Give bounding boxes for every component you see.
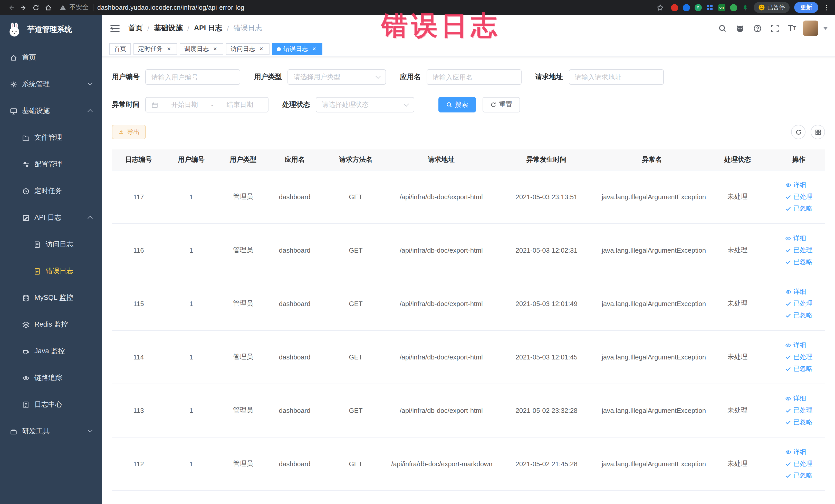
extension-icon[interactable] [683, 4, 690, 11]
detail-link[interactable]: 详细 [785, 341, 806, 349]
sidebar-item-access-log[interactable]: 访问日志 [0, 231, 102, 258]
bookmark-star-icon[interactable] [654, 2, 666, 13]
range-separator: - [211, 101, 213, 108]
error-log-table: 日志编号 用户编号 用户类型 应用名 请求方法名 请求地址 异常发生时间 异常名… [112, 149, 825, 491]
sidebar-item-infrastructure[interactable]: 基础设施 [0, 98, 102, 124]
breadcrumb-item[interactable]: 基础设施 [154, 24, 183, 33]
sidebar-item-file-management[interactable]: 文件管理 [0, 124, 102, 151]
hamburger-icon[interactable] [109, 23, 121, 34]
detail-link[interactable]: 详细 [785, 394, 806, 403]
export-button[interactable]: 导出 [112, 125, 146, 139]
extension-icon[interactable] [671, 4, 678, 11]
sidebar-item-redis-monitor[interactable]: Redis 监控 [0, 311, 102, 338]
help-icon[interactable] [751, 22, 764, 35]
reset-button[interactable]: 重置 [483, 97, 520, 113]
sidebar-item-error-log[interactable]: 错误日志 [0, 258, 102, 284]
sidebar-item-mysql-monitor[interactable]: MySQL 监控 [0, 284, 102, 311]
table-row: 114 1 管理员 dashboard GET /api/infra/db-do… [112, 330, 825, 384]
extension-icon[interactable] [730, 4, 737, 11]
sidebar-item-api-log[interactable]: API 日志 [0, 204, 102, 231]
update-button[interactable]: 更新 [794, 2, 818, 13]
cell-exception-name: java.lang.IllegalArgumentException [602, 437, 702, 490]
cell-user-type: 管理员 [217, 437, 269, 490]
extension-icon[interactable]: Y [694, 4, 701, 11]
detail-link[interactable]: 详细 [785, 181, 806, 189]
paused-badge[interactable]: 已暂停 [753, 2, 790, 13]
tab-close-icon[interactable]: × [258, 45, 265, 53]
page-content: 用户编号 用户类型 请选择用户类型 应用名 请求地址 [102, 57, 835, 504]
tab-close-icon[interactable]: × [165, 45, 172, 53]
sidebar-item-java-monitor[interactable]: Java 监控 [0, 338, 102, 365]
address-url[interactable]: dashboard.yudao.iocoder.cn/infra/log/api… [97, 4, 244, 11]
refresh-button[interactable] [791, 125, 806, 139]
app-logo[interactable]: 芋道管理系统 [0, 15, 102, 44]
avatar-caret-icon[interactable] [823, 27, 828, 29]
cell-user-id: 1 [165, 437, 217, 490]
user-type-select[interactable]: 请选择用户类型 [287, 69, 386, 85]
row-actions: 详细 已处理 已忽略 [785, 234, 813, 266]
search-icon[interactable] [716, 22, 729, 35]
app-name-input[interactable] [426, 69, 521, 85]
row-actions: 详细 已处理 已忽略 [785, 447, 813, 480]
sidebar-item-scheduled-jobs[interactable]: 定时任务 [0, 178, 102, 204]
extension-on-badge[interactable]: on [718, 4, 725, 11]
tab-home[interactable]: 首页 [109, 43, 131, 55]
mark-processed-link[interactable]: 已处理 [785, 192, 813, 201]
filter-user-id: 用户编号 [112, 69, 240, 85]
cell-log-id: 113 [112, 384, 165, 437]
sidebar-item-config-management[interactable]: 配置管理 [0, 151, 102, 178]
refresh-icon[interactable] [30, 2, 42, 13]
font-size-icon[interactable]: TT [786, 22, 799, 35]
end-date-placeholder[interactable]: 结束日期 [218, 100, 262, 109]
mark-ignored-link[interactable]: 已忽略 [785, 258, 813, 266]
sidebar-item-tracing[interactable]: 链路追踪 [0, 365, 102, 391]
sidebar-item-home[interactable]: 首页 [0, 44, 102, 71]
app-title: 芋道管理系统 [27, 25, 72, 35]
user-avatar[interactable] [803, 21, 818, 36]
user-id-input[interactable] [145, 69, 240, 85]
back-icon[interactable] [5, 2, 18, 13]
sidebar-item-dev-tools[interactable]: 研发工具 [0, 418, 102, 445]
monitor-icon [10, 107, 18, 115]
mark-ignored-link[interactable]: 已忽略 [785, 418, 813, 426]
mark-ignored-link[interactable]: 已忽略 [785, 311, 813, 320]
extension-tree-icon[interactable] [741, 4, 749, 11]
extension-grid-icon[interactable] [706, 4, 713, 11]
breadcrumb-item[interactable]: API 日志 [194, 24, 222, 33]
sidebar-item-log-center[interactable]: 日志中心 [0, 391, 102, 418]
home-icon[interactable] [42, 2, 55, 13]
mark-processed-link[interactable]: 已处理 [785, 406, 813, 415]
mark-ignored-link[interactable]: 已忽略 [785, 204, 813, 213]
menu-kebab-icon[interactable]: ⋮ [823, 4, 830, 11]
cell-status: 未处理 [702, 277, 773, 330]
tab-schedule-log[interactable]: 调度日志× [180, 43, 223, 55]
mark-ignored-link[interactable]: 已忽略 [785, 364, 813, 373]
mark-processed-link[interactable]: 已处理 [785, 299, 813, 308]
mark-ignored-link[interactable]: 已忽略 [785, 471, 813, 480]
tab-error-log[interactable]: 错误日志× [272, 43, 322, 55]
date-range-picker[interactable]: 开始日期 - 结束日期 [145, 97, 268, 113]
column-settings-button[interactable] [811, 125, 825, 139]
mark-processed-link[interactable]: 已处理 [785, 459, 813, 468]
doc-icon [22, 401, 30, 408]
tab-access-log[interactable]: 访问日志× [226, 43, 269, 55]
tab-close-icon[interactable]: × [311, 45, 318, 53]
detail-link[interactable]: 详细 [785, 447, 806, 456]
breadcrumb-item[interactable]: 首页 [128, 24, 143, 33]
request-url-input[interactable] [569, 69, 664, 85]
search-button[interactable]: 搜索 [439, 97, 476, 113]
tab-scheduled-jobs[interactable]: 定时任务× [134, 43, 177, 55]
mark-processed-link[interactable]: 已处理 [785, 246, 813, 255]
fullscreen-icon[interactable] [768, 22, 781, 35]
github-icon[interactable] [733, 22, 747, 35]
tab-close-icon[interactable]: × [211, 45, 219, 53]
sidebar-item-system[interactable]: 系统管理 [0, 71, 102, 98]
site-security-chip[interactable]: 不安全 [60, 3, 88, 12]
forward-icon[interactable] [18, 2, 30, 13]
detail-link[interactable]: 详细 [785, 234, 806, 243]
start-date-placeholder[interactable]: 开始日期 [162, 100, 207, 109]
process-status-select[interactable]: 请选择处理状态 [316, 97, 414, 113]
detail-link[interactable]: 详细 [785, 287, 806, 296]
mark-processed-link[interactable]: 已处理 [785, 352, 813, 361]
cell-app-name: dashboard [269, 170, 320, 223]
